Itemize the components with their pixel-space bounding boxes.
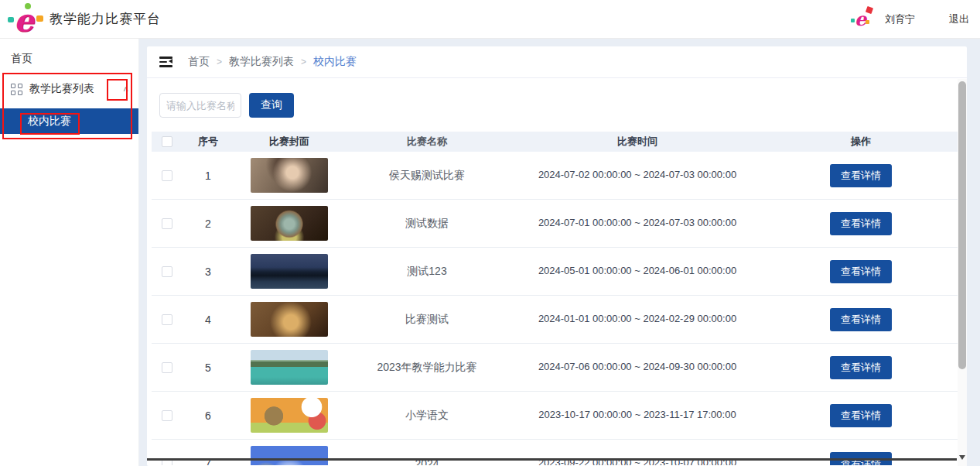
sidebar-item-home[interactable]: 首页: [0, 45, 138, 71]
cover-image: [251, 398, 328, 433]
user-name[interactable]: 刘育宁: [885, 12, 915, 26]
breadcrumb-separator: >: [217, 57, 222, 67]
sidebar-menu-label: 教学比赛列表: [29, 82, 122, 96]
cover-image: [251, 302, 328, 337]
sidebar-item-competition-list[interactable]: 教学比赛列表 ∧: [0, 74, 138, 105]
competition-time: 2024-05-01 00:00:00 ~ 2024-06-01 00:00:0…: [509, 263, 766, 279]
table-row: 1 侯天赐测试比赛 2024-07-02 00:00:00 ~ 2024-07-…: [152, 152, 962, 200]
toolbar: 查询: [147, 78, 967, 118]
competition-name: 比赛测试: [345, 313, 509, 327]
sidebar-item-school-competition[interactable]: 校内比赛: [0, 108, 138, 134]
grid-icon: [11, 84, 22, 95]
row-checkbox[interactable]: [162, 314, 172, 325]
competition-time: 2024-01-01 00:00:00 ~ 2024-02-29 00:00:0…: [509, 311, 766, 327]
header-action: 操作: [766, 135, 956, 149]
vertical-scrollbar-thumb[interactable]: [958, 81, 966, 369]
breadcrumb-current[interactable]: 校内比赛: [313, 55, 357, 69]
select-all-checkbox[interactable]: [162, 136, 172, 147]
user-avatar[interactable]: e: [851, 9, 871, 29]
table-row: 4 比赛测试 2024-01-01 00:00:00 ~ 2024-02-29 …: [152, 296, 962, 344]
vertical-scrollbar-track[interactable]: [958, 79, 967, 466]
competition-time: 2024-07-01 00:00:00 ~ 2024-07-03 00:00:0…: [509, 215, 766, 231]
table-row: 7 2024 2023-09-22 00:00:00 ~ 2023-10-07 …: [152, 440, 962, 465]
row-checkbox[interactable]: [162, 410, 172, 421]
cover-image: [251, 206, 328, 241]
row-index: 5: [183, 361, 234, 374]
header-time: 比赛时间: [509, 134, 766, 149]
table-row: 6 小学语文 2023-10-17 00:00:00 ~ 2023-11-17 …: [152, 392, 962, 440]
view-detail-button[interactable]: 查看详情: [830, 260, 892, 283]
view-detail-button[interactable]: 查看详情: [830, 356, 892, 379]
row-checkbox[interactable]: [162, 266, 172, 277]
row-index: 2: [183, 218, 234, 230]
table-row: 5 2023年教学能力比赛 2024-07-06 00:00:00 ~ 2024…: [152, 344, 962, 392]
content-area: 查询 序号 比赛封面 比赛名称 比赛时间 操作 1 侯天赐测试比赛 2024-0…: [147, 78, 967, 465]
logo-dot-orange: [36, 15, 43, 22]
cover-image: [251, 446, 328, 465]
header-index: 序号: [183, 135, 234, 149]
competition-name: 2023年教学能力比赛: [345, 361, 509, 375]
menu-fold-icon[interactable]: [159, 57, 172, 67]
competition-name: 小学语文: [345, 409, 509, 423]
app-logo-icon: e: [8, 3, 43, 36]
header-name: 比赛名称: [345, 135, 509, 149]
cover-image: [251, 158, 328, 193]
breadcrumb-home[interactable]: 首页: [188, 55, 210, 69]
competition-time: 2023-10-17 00:00:00 ~ 2023-11-17 17:00:0…: [509, 407, 766, 423]
sidebar: 首页 教学比赛列表 ∧ 校内比赛: [0, 39, 139, 466]
search-input[interactable]: [159, 93, 241, 118]
competition-time: 2024-07-06 00:00:00 ~ 2024-09-30 00:00:0…: [509, 359, 766, 375]
row-checkbox[interactable]: [162, 218, 172, 229]
logout-button[interactable]: 退出: [949, 12, 969, 26]
cover-image: [251, 254, 328, 289]
table-row: 3 测试123 2024-05-01 00:00:00 ~ 2024-06-01…: [152, 248, 962, 296]
avatar-badge: [866, 6, 873, 14]
top-header: e 教学能力比赛平台 e 刘育宁 退出: [0, 0, 980, 39]
breadcrumb-competition-list[interactable]: 教学比赛列表: [229, 55, 294, 69]
avatar-dot-teal: [851, 19, 855, 22]
view-detail-button[interactable]: 查看详情: [830, 212, 892, 235]
row-index: 6: [183, 409, 234, 422]
competition-table: 序号 比赛封面 比赛名称 比赛时间 操作 1 侯天赐测试比赛 2024-07-0…: [152, 132, 962, 465]
competition-name: 侯天赐测试比赛: [345, 169, 509, 183]
scroll-down-arrow-icon[interactable]: [959, 455, 965, 463]
horizontal-scrollbar[interactable]: [147, 458, 957, 461]
view-detail-button[interactable]: 查看详情: [830, 164, 892, 187]
breadcrumb-bar: 首页 > 教学比赛列表 > 校内比赛: [147, 46, 967, 78]
breadcrumb-separator: >: [301, 57, 306, 67]
brand: e 教学能力比赛平台: [0, 3, 161, 36]
main-panel: 首页 > 教学比赛列表 > 校内比赛 查询 序号 比赛封面 比赛名称 比赛时间 …: [147, 46, 967, 466]
header-cover: 比赛封面: [234, 135, 345, 149]
avatar-dot-orange: [866, 20, 869, 24]
logo-dot-teal: [8, 17, 14, 22]
competition-name: 测试123: [345, 265, 509, 279]
view-detail-button[interactable]: 查看详情: [830, 404, 892, 427]
chevron-up-icon[interactable]: ∧: [122, 84, 129, 93]
row-checkbox[interactable]: [162, 170, 172, 181]
table-row: 2 测试数据 2024-07-01 00:00:00 ~ 2024-07-03 …: [152, 200, 962, 248]
search-button[interactable]: 查询: [249, 93, 294, 118]
table-header-row: 序号 比赛封面 比赛名称 比赛时间 操作: [152, 132, 962, 152]
app-title: 教学能力比赛平台: [50, 10, 161, 28]
cover-image: [251, 350, 328, 385]
breadcrumb: 首页 > 教学比赛列表 > 校内比赛: [188, 55, 357, 69]
competition-name: 测试数据: [345, 217, 509, 231]
row-index: 4: [183, 314, 234, 326]
row-index: 3: [183, 266, 234, 278]
competition-time: 2024-07-02 00:00:00 ~ 2024-07-03 00:00:0…: [509, 167, 766, 183]
view-detail-button[interactable]: 查看详情: [830, 308, 892, 331]
row-index: 1: [183, 170, 234, 182]
row-checkbox[interactable]: [162, 362, 172, 373]
logo-dot-green: [25, 3, 31, 9]
